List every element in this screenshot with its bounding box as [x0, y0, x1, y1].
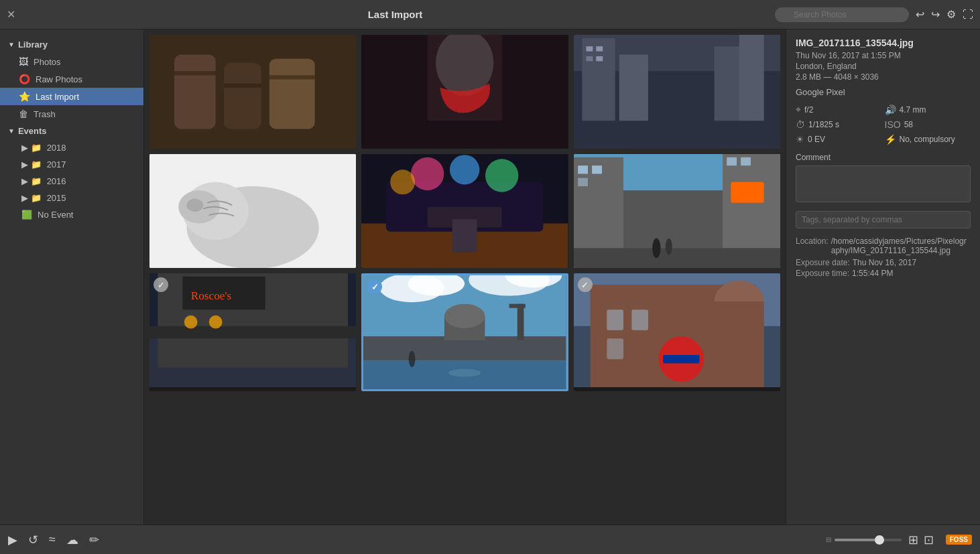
svg-rect-1 [174, 55, 216, 129]
rp-filename: IMG_20171116_135544.jpg [796, 38, 971, 48]
folder-icon-2018: ▶ 📁 [21, 143, 42, 153]
bottombar: ▶ ↺ ≈ ☁ ✏ ⊟ ⊞ ⊡ FOSS [0, 525, 980, 554]
aperture-value: f/2 [804, 105, 813, 115]
settings-button[interactable]: ⚙ [946, 8, 956, 21]
grid-view-button[interactable]: ⊞ [908, 533, 918, 547]
svg-rect-5 [224, 84, 261, 88]
events-section-header[interactable]: ▼ Events [0, 123, 143, 139]
svg-rect-74 [631, 309, 648, 330]
svg-point-67 [409, 351, 416, 367]
undo-button[interactable]: ↩ [916, 8, 924, 21]
svg-point-64 [448, 368, 481, 376]
rp-tags-input[interactable] [796, 211, 971, 228]
svg-point-45 [652, 238, 660, 259]
photo-grid-area: ✓ Roscoe's [144, 29, 786, 525]
rp-ev: ☀ 0 EV [796, 134, 882, 145]
sidebar-event-2017[interactable]: ▶ 📁 2017 [0, 156, 143, 173]
folder-icon-2015: ▶ 📁 [21, 193, 42, 203]
svg-rect-72 [714, 301, 763, 387]
photo-cell-8[interactable]: ✓ [361, 273, 568, 391]
photo-cell-4[interactable] [149, 154, 356, 268]
event-no-event-label: No Event [38, 210, 73, 220]
photo-cell-3[interactable] [574, 35, 780, 149]
events-arrow-icon: ▼ [8, 127, 15, 135]
topbar: ✕ Last Import 🔍 ↩ ↪ ⚙ ⛶ [0, 0, 980, 29]
rp-date: Thu Nov 16, 2017 at 1:55 PM [796, 51, 971, 60]
photo-grid: ✓ Roscoe's [149, 35, 780, 391]
svg-rect-6 [269, 75, 315, 79]
ev-icon: ☀ [796, 134, 804, 145]
svg-rect-65 [517, 304, 524, 340]
svg-rect-50 [149, 326, 356, 338]
focal-length-icon: 🔊 [885, 105, 896, 115]
svg-rect-16 [586, 46, 593, 51]
search-input[interactable] [775, 7, 909, 22]
rp-location-city: London, England [796, 62, 971, 71]
topbar-left: ✕ [7, 8, 15, 21]
rp-location-path-row: Location: /home/cassidyjames/Pictures/Pi… [796, 236, 971, 255]
rp-aperture: ⌖ f/2 [796, 104, 882, 115]
rp-exposure-date-row: Exposure date: Thu Nov 16, 2017 [796, 258, 971, 267]
sidebar-last-import-label: Last Import [36, 92, 79, 102]
svg-rect-39 [578, 178, 588, 186]
svg-point-46 [666, 238, 672, 255]
svg-rect-75 [607, 338, 623, 359]
svg-point-31 [390, 169, 415, 194]
svg-rect-33 [452, 219, 477, 252]
svg-rect-38 [592, 165, 602, 174]
photo-cell-7[interactable]: ✓ Roscoe's [149, 273, 356, 391]
sidebar-event-2018[interactable]: ▶ 📁 2018 [0, 139, 143, 156]
library-arrow-icon: ▼ [8, 41, 15, 48]
size-slider[interactable] [835, 539, 902, 541]
focal-length-value: 4.7 mm [900, 105, 926, 115]
sidebar-item-raw-photos[interactable]: ⭕ Raw Photos [0, 70, 143, 88]
photo-9-grey-check: ✓ [578, 277, 593, 292]
photo-cell-9[interactable]: ✓ [574, 273, 780, 391]
single-view-button[interactable]: ⊡ [924, 533, 934, 547]
trash-icon: 🗑 [19, 109, 28, 119]
aperture-icon: ⌖ [796, 104, 801, 115]
svg-rect-43 [731, 182, 763, 203]
sidebar-event-no-event[interactable]: 🟩 No Event [0, 206, 143, 223]
svg-rect-4 [174, 71, 216, 75]
sidebar-item-photos[interactable]: 🖼 Photos [0, 53, 143, 70]
play-button[interactable]: ▶ [8, 533, 17, 547]
window-title: Last Import [368, 9, 423, 20]
photo-cell-2[interactable] [361, 35, 568, 149]
foss-badge: FOSS [946, 535, 972, 545]
close-button[interactable]: ✕ [7, 8, 15, 21]
photo-7-grey-check: ✓ [154, 277, 168, 292]
rp-exposure-time-label: Exposure time: [796, 269, 849, 278]
fullscreen-button[interactable]: ⛶ [963, 9, 973, 21]
raw-photos-icon: ⭕ [19, 74, 30, 84]
rp-exposure-date-val: Thu Nov 16, 2017 [853, 258, 916, 267]
redo-button[interactable]: ↪ [931, 8, 940, 21]
iso-value: 58 [904, 120, 913, 129]
photo-cell-5[interactable] [361, 154, 568, 268]
rp-flash: ⚡ No, compulsory [885, 134, 971, 145]
event-2017-label: 2017 [47, 159, 66, 169]
rp-exposure-date-label: Exposure date: [796, 258, 850, 267]
rp-location-label: Location: [796, 236, 829, 255]
photo-cell-6[interactable] [574, 154, 780, 268]
bottombar-left: ▶ ↺ ≈ ☁ ✏ [8, 533, 99, 547]
sidebar-event-2015[interactable]: ▶ 📁 2015 [0, 190, 143, 206]
size-small-icon: ⊟ [826, 536, 831, 543]
rp-comment-input[interactable] [796, 165, 971, 202]
sidebar-item-trash[interactable]: 🗑 Trash [0, 105, 143, 123]
upload-button[interactable]: ☁ [66, 533, 78, 547]
svg-rect-18 [586, 56, 593, 61]
rp-location-path: /home/cassidyjames/Pictures/Pixelography… [831, 236, 971, 255]
svg-point-28 [411, 157, 444, 190]
sidebar-raw-label: Raw Photos [36, 74, 82, 84]
rotate-button[interactable]: ↺ [28, 533, 38, 547]
photo-cell-1[interactable] [149, 35, 356, 149]
sidebar-item-last-import[interactable]: ⭐ Last Import [0, 88, 143, 105]
svg-rect-37 [578, 165, 588, 174]
sidebar-event-2016[interactable]: ▶ 📁 2016 [0, 173, 143, 190]
adjust-button[interactable]: ≈ [49, 533, 56, 547]
paint-button[interactable]: ✏ [89, 533, 99, 547]
svg-point-24 [186, 199, 203, 212]
svg-rect-15 [739, 35, 763, 121]
library-section-header[interactable]: ▼ Library [0, 36, 143, 53]
